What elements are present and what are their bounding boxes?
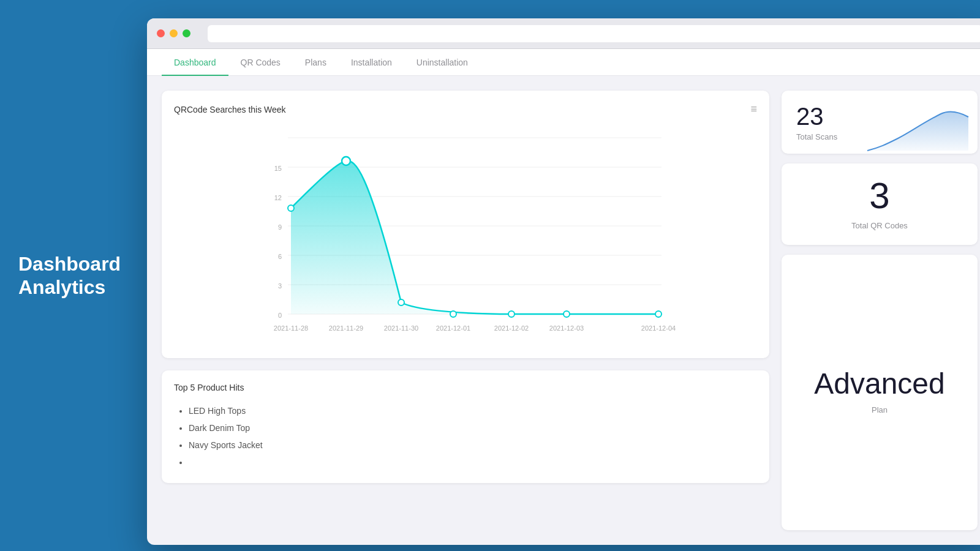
chart-dot-3 — [398, 299, 404, 305]
tab-qr-codes[interactable]: QR Codes — [228, 49, 293, 76]
svg-text:15: 15 — [274, 165, 282, 172]
top5-title: Top 5 Product Hits — [174, 383, 757, 392]
chart-area — [291, 161, 658, 314]
svg-text:2021-11-28: 2021-11-28 — [274, 324, 308, 332]
total-qr-codes-number: 3 — [796, 176, 963, 216]
tab-uninstallation[interactable]: Uninstallation — [404, 49, 480, 76]
menu-icon[interactable]: ≡ — [750, 103, 757, 116]
right-panel: 23 Total Scans — [782, 91, 978, 530]
address-bar[interactable] — [208, 25, 980, 42]
top5-list: LED High Tops Dark Denim Top Navy Sports… — [174, 402, 757, 471]
tab-installation[interactable]: Installation — [339, 49, 404, 76]
sidebar-title-line1: Dashboard — [18, 253, 121, 275]
chart-dot-4 — [450, 311, 456, 317]
chart-title: QRCode Searches this Week — [174, 105, 286, 114]
chart-dot-1 — [288, 205, 294, 211]
chart-header: QRCode Searches this Week ≡ — [174, 103, 757, 116]
svg-text:2021-12-04: 2021-12-04 — [641, 324, 676, 332]
svg-text:2021-11-29: 2021-11-29 — [329, 324, 363, 332]
total-scans-card: 23 Total Scans — [782, 91, 978, 154]
svg-text:9: 9 — [278, 223, 282, 231]
sparkline-container — [867, 105, 978, 154]
list-item: Dark Denim Top — [189, 419, 757, 437]
total-qr-codes-card: 3 Total QR Codes — [782, 163, 978, 245]
sparkline-svg — [867, 105, 978, 154]
nav-tabs: Dashboard QR Codes Plans Installation Un… — [147, 49, 980, 76]
browser-window: Dashboard QR Codes Plans Installation Un… — [147, 18, 980, 545]
top5-card: Top 5 Product Hits LED High Tops Dark De… — [162, 370, 769, 483]
chart-dot-2 — [342, 157, 350, 165]
main-content: QRCode Searches this Week ≡ — [147, 76, 980, 545]
chart-card: QRCode Searches this Week ≡ — [162, 91, 769, 358]
plan-label: Plan — [872, 405, 888, 414]
chart-dot-6 — [564, 311, 570, 317]
svg-text:6: 6 — [278, 253, 282, 260]
list-item: Navy Sports Jacket — [189, 437, 757, 454]
sparkline-area — [867, 111, 968, 151]
svg-text:2021-12-03: 2021-12-03 — [549, 324, 584, 332]
advanced-plan-card: Advanced Plan — [782, 255, 978, 530]
sidebar-analytics-text: Dashboard Analytics — [18, 252, 121, 299]
tab-plans[interactable]: Plans — [293, 49, 339, 76]
browser-chrome — [147, 18, 980, 49]
tab-dashboard[interactable]: Dashboard — [162, 49, 228, 76]
total-qr-codes-label: Total QR Codes — [796, 221, 963, 230]
list-item: LED High Tops — [189, 402, 757, 419]
chart-svg: 0 3 6 9 12 15 — [174, 126, 757, 346]
traffic-light-green[interactable] — [183, 29, 190, 37]
svg-text:12: 12 — [274, 194, 282, 201]
traffic-light-yellow[interactable] — [170, 29, 178, 37]
sidebar-title-line2: Analytics — [18, 276, 105, 298]
left-panel: QRCode Searches this Week ≡ — [162, 91, 769, 530]
chart-dot-7 — [655, 311, 662, 317]
chart-dot-5 — [508, 311, 514, 317]
svg-text:2021-12-01: 2021-12-01 — [436, 324, 470, 332]
traffic-light-red[interactable] — [157, 29, 165, 37]
list-item — [189, 454, 757, 471]
chart-container: 0 3 6 9 12 15 — [174, 126, 757, 346]
plan-name: Advanced — [814, 368, 945, 400]
svg-text:3: 3 — [278, 282, 282, 290]
svg-text:2021-12-02: 2021-12-02 — [494, 324, 529, 332]
svg-text:2021-11-30: 2021-11-30 — [384, 324, 418, 332]
svg-text:0: 0 — [278, 312, 282, 319]
